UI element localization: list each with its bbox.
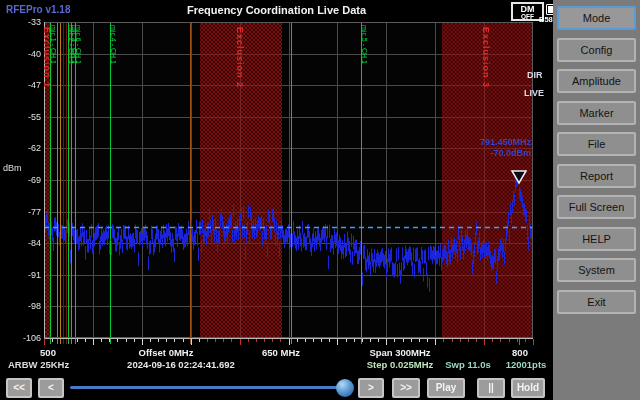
timeline-slider-track[interactable] (70, 386, 352, 389)
step-back-button[interactable]: < (38, 378, 64, 398)
y-axis-tick-label: -84 (10, 238, 41, 248)
y-axis-tick-label: -62 (10, 143, 41, 153)
y-axis-tick-label: -40 (10, 49, 41, 59)
y-axis-tick-label: -98 (10, 301, 41, 311)
marker-frequency-readout: 791.450MHz (421, 137, 531, 147)
side-menu-panel: Mode Config Amplitude Marker File Report… (553, 0, 640, 400)
live-status-label: LIVE (524, 88, 544, 98)
rbw-readout: ARBW 25KHz (8, 359, 98, 370)
x-axis-end-label: 800 (496, 347, 544, 358)
report-button[interactable]: Report (557, 164, 636, 188)
mode-button[interactable]: Mode (557, 6, 636, 30)
timeline-slider-thumb[interactable] (336, 379, 354, 397)
config-button[interactable]: Config (557, 38, 636, 62)
system-button[interactable]: System (557, 258, 636, 282)
exit-button[interactable]: Exit (557, 290, 636, 314)
rewind-button[interactable]: << (6, 378, 32, 398)
dir-status-label: DIR (527, 70, 543, 80)
y-axis-tick-label: -47 (10, 80, 41, 90)
full-screen-button[interactable]: Full Screen (557, 195, 636, 219)
marker-triangle[interactable] (510, 169, 528, 185)
file-button[interactable]: File (557, 132, 636, 156)
timestamp-readout: 2024-09-16 02:24:41.692 (106, 359, 256, 370)
hold-button[interactable]: Hold (511, 378, 545, 398)
amplitude-button[interactable]: Amplitude (557, 69, 636, 93)
page-title: Frequency Coordination Live Data (0, 4, 553, 16)
x-axis-start-label: 500 (24, 347, 72, 358)
y-axis-tick-label: -106 (10, 333, 41, 343)
y-axis-tick-label: -91 (10, 270, 41, 280)
help-button[interactable]: HELP (557, 227, 636, 251)
rf-analyzer-app: RFEPro v1.18 Frequency Coordination Live… (0, 0, 640, 400)
play-button[interactable]: Play (427, 378, 465, 398)
device-line-label: mic.5 - CH.1 (361, 25, 368, 64)
y-axis-tick-label: -55 (10, 112, 41, 122)
span-readout: Span 300MHz (340, 347, 460, 358)
offset-readout: Offset 0MHz (106, 347, 226, 358)
y-axis-tick-label: -77 (10, 207, 41, 217)
marker-button[interactable]: Marker (557, 101, 636, 125)
dm-off-label: OFF (513, 14, 542, 21)
sweep-points-readout: 12001pts (498, 359, 554, 370)
fast-forward-button[interactable]: >> (392, 378, 420, 398)
sweep-time-readout: Swp 11.0s (438, 359, 498, 370)
device-line-label: mic.1 - CH.1 (50, 25, 57, 64)
device-line-label: mic.4 - CH.1 (110, 25, 117, 64)
marker-amplitude-readout: -70.0dBm (421, 148, 531, 158)
step-forward-button[interactable]: > (358, 378, 384, 398)
exclusion-zone-label: Exclusion 3 (481, 27, 491, 88)
y-axis-tick-label: -69 (10, 175, 41, 185)
pause-button[interactable]: || (477, 378, 505, 398)
spectrum-plot-canvas (0, 0, 640, 400)
x-axis-center-label: 650 MHz (231, 347, 331, 358)
y-axis-tick-label: -33 (10, 17, 41, 27)
y-axis-unit-label: dBm (3, 163, 22, 173)
device-line-label: mic.6 - CH.1 (75, 25, 82, 64)
exclusion-zone-label: Exclusion 2 (235, 27, 245, 88)
